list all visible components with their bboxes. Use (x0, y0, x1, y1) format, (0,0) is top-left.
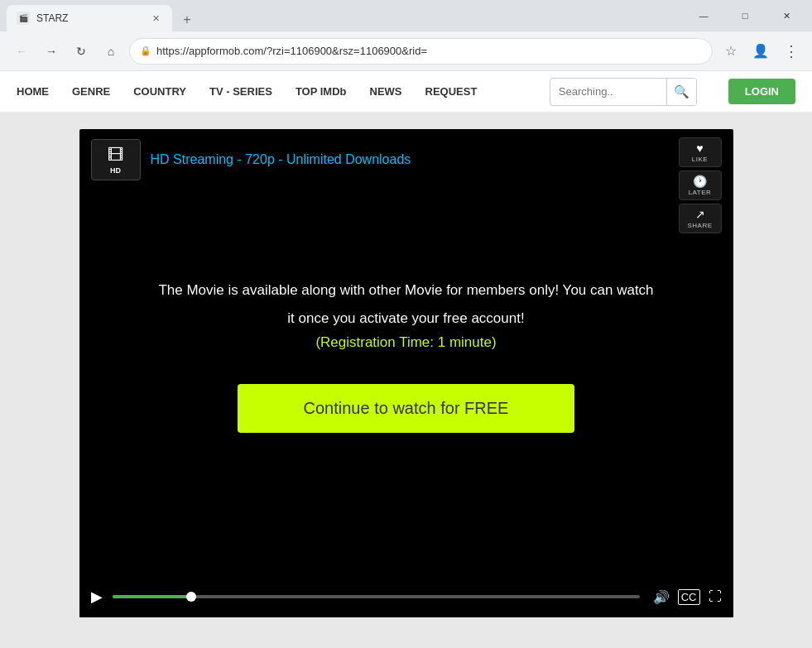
later-icon: 🕐 (693, 175, 707, 188)
login-button[interactable]: LOGIN (728, 79, 795, 104)
share-icon: ↗ (695, 208, 705, 221)
nav-news[interactable]: NEWS (370, 85, 402, 98)
address-bar: ← → ↻ ⌂ 🔒 https://appformob.com/?rzi=110… (0, 31, 812, 71)
volume-button[interactable]: 🔊 (653, 589, 670, 605)
like-label: LIKE (692, 156, 708, 163)
later-label: LATER (689, 189, 712, 196)
window-controls: — □ ✕ (685, 2, 805, 29)
tab-close-button[interactable]: ✕ (149, 12, 162, 25)
lock-icon: 🔒 (140, 46, 151, 56)
home-button[interactable]: ⌂ (99, 40, 123, 63)
stream-title: HD Streaming - 720p - Unlimited Download… (151, 152, 411, 167)
back-button[interactable]: ← (10, 40, 33, 63)
search-button[interactable]: 🔍 (666, 78, 696, 106)
share-label: SHARE (687, 222, 712, 229)
website-nav: HOME GENRE COUNTRY TV - SERIES TOP IMDb … (0, 71, 812, 113)
hd-badge-text: HD (110, 166, 121, 175)
main-content: 🎞 HD HD Streaming - 720p - Unlimited Dow… (0, 113, 812, 648)
tab-bar: 🎬 STARZ ✕ + (7, 0, 199, 31)
close-button[interactable]: ✕ (767, 2, 805, 29)
maximize-button[interactable]: □ (726, 2, 764, 29)
cta-button[interactable]: Continue to watch for FREE (238, 384, 575, 433)
player-controls: ▶ 🔊 CC ⛶ (79, 576, 733, 617)
nav-top-imdb[interactable]: TOP IMDb (295, 85, 347, 98)
progress-fill (113, 595, 192, 598)
browser-frame: 🎬 STARZ ✕ + — □ ✕ ← → ↻ ⌂ 🔒 https://appf… (0, 0, 812, 648)
tab-favicon: 🎬 (17, 12, 30, 25)
reg-time-text: (Registration Time: 1 minute) (315, 334, 496, 351)
progress-bar[interactable] (113, 595, 640, 598)
nav-home[interactable]: HOME (17, 85, 49, 98)
url-text: https://appformob.com/?rzi=1106900&rsz=1… (156, 45, 702, 57)
share-button[interactable]: ↗ SHARE (679, 204, 722, 233)
like-icon: ♥ (696, 142, 703, 155)
fullscreen-button[interactable]: ⛶ (709, 589, 722, 604)
profile-button[interactable]: 👤 (749, 40, 772, 63)
like-button[interactable]: ♥ LIKE (679, 137, 722, 167)
url-bar[interactable]: 🔒 https://appformob.com/?rzi=1106900&rsz… (129, 38, 713, 65)
film-icon: 🎞 (108, 146, 124, 165)
later-button[interactable]: 🕐 LATER (679, 170, 722, 200)
progress-thumb (186, 592, 196, 602)
forward-button[interactable]: → (40, 40, 63, 63)
player-center: The Movie is available along with other … (79, 190, 733, 521)
play-button[interactable]: ▶ (91, 588, 103, 606)
refresh-button[interactable]: ↻ (70, 40, 93, 63)
player-header: 🎞 HD HD Streaming - 720p - Unlimited Dow… (79, 129, 733, 190)
hd-badge: 🎞 HD (91, 139, 141, 180)
members-text-1: The Movie is available along with other … (158, 279, 653, 301)
nav-request[interactable]: REQUEST (425, 85, 478, 98)
nav-tv-series[interactable]: TV - SERIES (209, 85, 272, 98)
members-text-2: it once you activate your free account! (287, 307, 524, 329)
player-actions: ♥ LIKE 🕐 LATER ↗ SHARE (679, 137, 722, 233)
nav-country[interactable]: COUNTRY (133, 85, 186, 98)
video-player: 🎞 HD HD Streaming - 720p - Unlimited Dow… (79, 129, 733, 617)
bookmark-button[interactable]: ☆ (719, 40, 742, 63)
active-tab[interactable]: 🎬 STARZ ✕ (7, 5, 172, 31)
cc-button[interactable]: CC (678, 589, 700, 605)
search-box: 🔍 (550, 78, 697, 106)
nav-genre[interactable]: GENRE (72, 85, 110, 98)
more-button[interactable]: ⋮ (779, 40, 802, 63)
tab-title: STARZ (36, 12, 68, 24)
title-bar: 🎬 STARZ ✕ + — □ ✕ (0, 0, 812, 31)
control-right: 🔊 CC ⛶ (653, 589, 722, 605)
new-tab-button[interactable]: + (175, 8, 199, 31)
minimize-button[interactable]: — (685, 2, 723, 29)
search-input[interactable] (550, 85, 666, 98)
